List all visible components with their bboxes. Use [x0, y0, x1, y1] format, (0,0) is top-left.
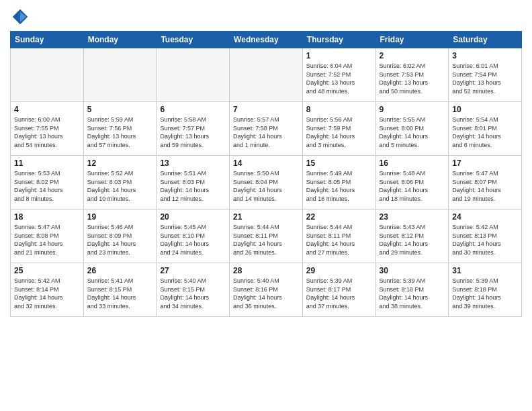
- day-cell: 22Sunrise: 5:44 AM Sunset: 8:11 PM Dayli…: [302, 210, 375, 263]
- day-cell: 11Sunrise: 5:53 AM Sunset: 8:02 PM Dayli…: [11, 156, 84, 210]
- day-cell: [230, 48, 303, 102]
- day-info: Sunrise: 6:04 AM Sunset: 7:52 PM Dayligh…: [306, 62, 372, 95]
- day-number: 10: [452, 105, 518, 114]
- weekday-header-tuesday: Tuesday: [157, 32, 230, 48]
- week-row-3: 11Sunrise: 5:53 AM Sunset: 8:02 PM Dayli…: [11, 156, 522, 210]
- day-info: Sunrise: 6:01 AM Sunset: 7:54 PM Dayligh…: [452, 62, 518, 95]
- day-cell: 17Sunrise: 5:47 AM Sunset: 8:07 PM Dayli…: [449, 156, 522, 210]
- day-info: Sunrise: 5:44 AM Sunset: 8:11 PM Dayligh…: [306, 223, 372, 257]
- week-row-4: 18Sunrise: 5:47 AM Sunset: 8:08 PM Dayli…: [11, 210, 522, 263]
- day-cell: 8Sunrise: 5:56 AM Sunset: 7:59 PM Daylig…: [302, 102, 375, 156]
- day-info: Sunrise: 5:54 AM Sunset: 8:01 PM Dayligh…: [452, 116, 518, 149]
- day-info: Sunrise: 5:41 AM Sunset: 8:15 PM Dayligh…: [87, 277, 153, 310]
- day-cell: 13Sunrise: 5:51 AM Sunset: 8:03 PM Dayli…: [157, 156, 230, 210]
- day-cell: 19Sunrise: 5:46 AM Sunset: 8:09 PM Dayli…: [83, 210, 157, 263]
- day-number: 26: [87, 266, 153, 275]
- day-number: 30: [380, 266, 445, 275]
- day-cell: 30Sunrise: 5:39 AM Sunset: 8:18 PM Dayli…: [375, 263, 449, 317]
- weekday-header-row: SundayMondayTuesdayWednesdayThursdayFrid…: [11, 32, 522, 48]
- day-cell: 20Sunrise: 5:45 AM Sunset: 8:10 PM Dayli…: [157, 210, 230, 263]
- day-info: Sunrise: 5:39 AM Sunset: 8:18 PM Dayligh…: [452, 277, 518, 310]
- day-info: Sunrise: 5:39 AM Sunset: 8:18 PM Dayligh…: [380, 277, 445, 310]
- day-info: Sunrise: 5:42 AM Sunset: 8:14 PM Dayligh…: [14, 277, 80, 310]
- day-number: 21: [233, 212, 299, 222]
- day-cell: 21Sunrise: 5:44 AM Sunset: 8:11 PM Dayli…: [230, 210, 303, 263]
- day-cell: 23Sunrise: 5:43 AM Sunset: 8:12 PM Dayli…: [375, 210, 449, 263]
- day-info: Sunrise: 5:58 AM Sunset: 7:57 PM Dayligh…: [160, 116, 226, 149]
- day-info: Sunrise: 5:53 AM Sunset: 8:02 PM Dayligh…: [14, 169, 80, 203]
- day-cell: 18Sunrise: 5:47 AM Sunset: 8:08 PM Dayli…: [11, 210, 84, 263]
- day-cell: 31Sunrise: 5:39 AM Sunset: 8:18 PM Dayli…: [449, 263, 522, 317]
- week-row-2: 4Sunrise: 6:00 AM Sunset: 7:55 PM Daylig…: [11, 102, 522, 156]
- day-number: 7: [233, 105, 299, 114]
- weekday-header-wednesday: Wednesday: [230, 32, 303, 48]
- day-cell: [83, 48, 157, 102]
- day-cell: 12Sunrise: 5:52 AM Sunset: 8:03 PM Dayli…: [83, 156, 157, 210]
- day-info: Sunrise: 5:56 AM Sunset: 7:59 PM Dayligh…: [306, 116, 372, 149]
- day-number: 27: [160, 266, 226, 275]
- day-info: Sunrise: 5:52 AM Sunset: 8:03 PM Dayligh…: [87, 169, 153, 203]
- weekday-header-sunday: Sunday: [11, 32, 84, 48]
- day-info: Sunrise: 5:45 AM Sunset: 8:10 PM Dayligh…: [160, 223, 226, 257]
- day-info: Sunrise: 5:50 AM Sunset: 8:04 PM Dayligh…: [233, 169, 299, 203]
- day-info: Sunrise: 5:55 AM Sunset: 8:00 PM Dayligh…: [380, 116, 445, 149]
- day-number: 12: [87, 158, 153, 168]
- day-info: Sunrise: 5:47 AM Sunset: 8:08 PM Dayligh…: [14, 223, 80, 257]
- day-info: Sunrise: 5:57 AM Sunset: 7:58 PM Dayligh…: [233, 116, 299, 149]
- day-cell: 10Sunrise: 5:54 AM Sunset: 8:01 PM Dayli…: [449, 102, 522, 156]
- day-number: 5: [87, 105, 153, 114]
- day-cell: 15Sunrise: 5:49 AM Sunset: 8:05 PM Dayli…: [302, 156, 375, 210]
- day-cell: 9Sunrise: 5:55 AM Sunset: 8:00 PM Daylig…: [375, 102, 449, 156]
- day-info: Sunrise: 5:48 AM Sunset: 8:06 PM Dayligh…: [380, 169, 445, 203]
- day-number: 17: [452, 158, 518, 168]
- weekday-header-monday: Monday: [83, 32, 157, 48]
- day-number: 28: [233, 266, 299, 275]
- day-cell: 2Sunrise: 6:02 AM Sunset: 7:53 PM Daylig…: [375, 48, 449, 102]
- day-info: Sunrise: 5:40 AM Sunset: 8:16 PM Dayligh…: [233, 277, 299, 310]
- day-cell: 28Sunrise: 5:40 AM Sunset: 8:16 PM Dayli…: [230, 263, 303, 317]
- day-info: Sunrise: 5:51 AM Sunset: 8:03 PM Dayligh…: [160, 169, 226, 203]
- day-number: 6: [160, 105, 226, 114]
- weekday-header-saturday: Saturday: [449, 32, 522, 48]
- header: [10, 7, 522, 27]
- day-info: Sunrise: 5:40 AM Sunset: 8:15 PM Dayligh…: [160, 277, 226, 310]
- day-info: Sunrise: 5:47 AM Sunset: 8:07 PM Dayligh…: [452, 169, 518, 203]
- day-info: Sunrise: 5:42 AM Sunset: 8:13 PM Dayligh…: [452, 223, 518, 257]
- day-number: 1: [306, 51, 372, 60]
- day-number: 31: [452, 266, 518, 275]
- day-info: Sunrise: 6:02 AM Sunset: 7:53 PM Dayligh…: [380, 62, 445, 95]
- day-cell: 4Sunrise: 6:00 AM Sunset: 7:55 PM Daylig…: [11, 102, 84, 156]
- weekday-header-thursday: Thursday: [302, 32, 375, 48]
- day-number: 22: [306, 212, 372, 222]
- day-number: 23: [380, 212, 445, 222]
- day-cell: 29Sunrise: 5:39 AM Sunset: 8:17 PM Dayli…: [302, 263, 375, 317]
- week-row-5: 25Sunrise: 5:42 AM Sunset: 8:14 PM Dayli…: [11, 263, 522, 317]
- day-number: 29: [306, 266, 372, 275]
- day-cell: 14Sunrise: 5:50 AM Sunset: 8:04 PM Dayli…: [230, 156, 303, 210]
- day-cell: 6Sunrise: 5:58 AM Sunset: 7:57 PM Daylig…: [157, 102, 230, 156]
- day-cell: [157, 48, 230, 102]
- day-cell: 24Sunrise: 5:42 AM Sunset: 8:13 PM Dayli…: [449, 210, 522, 263]
- day-number: 20: [160, 212, 226, 222]
- day-number: 4: [14, 105, 80, 114]
- weekday-header-friday: Friday: [375, 32, 449, 48]
- day-cell: 1Sunrise: 6:04 AM Sunset: 7:52 PM Daylig…: [302, 48, 375, 102]
- day-number: 2: [380, 51, 445, 60]
- day-number: 3: [452, 51, 518, 60]
- day-info: Sunrise: 6:00 AM Sunset: 7:55 PM Dayligh…: [14, 116, 80, 149]
- day-cell: 7Sunrise: 5:57 AM Sunset: 7:58 PM Daylig…: [230, 102, 303, 156]
- day-cell: 27Sunrise: 5:40 AM Sunset: 8:15 PM Dayli…: [157, 263, 230, 317]
- day-cell: 3Sunrise: 6:01 AM Sunset: 7:54 PM Daylig…: [449, 48, 522, 102]
- logo-icon: [10, 7, 30, 27]
- day-number: 18: [14, 212, 80, 222]
- page: SundayMondayTuesdayWednesdayThursdayFrid…: [0, 0, 532, 324]
- day-info: Sunrise: 5:44 AM Sunset: 8:11 PM Dayligh…: [233, 223, 299, 257]
- day-number: 24: [452, 212, 518, 222]
- day-cell: 16Sunrise: 5:48 AM Sunset: 8:06 PM Dayli…: [375, 156, 449, 210]
- day-number: 14: [233, 158, 299, 168]
- day-cell: 26Sunrise: 5:41 AM Sunset: 8:15 PM Dayli…: [83, 263, 157, 317]
- day-number: 8: [306, 105, 372, 114]
- day-number: 16: [380, 158, 445, 168]
- day-info: Sunrise: 5:39 AM Sunset: 8:17 PM Dayligh…: [306, 277, 372, 310]
- day-number: 11: [14, 158, 80, 168]
